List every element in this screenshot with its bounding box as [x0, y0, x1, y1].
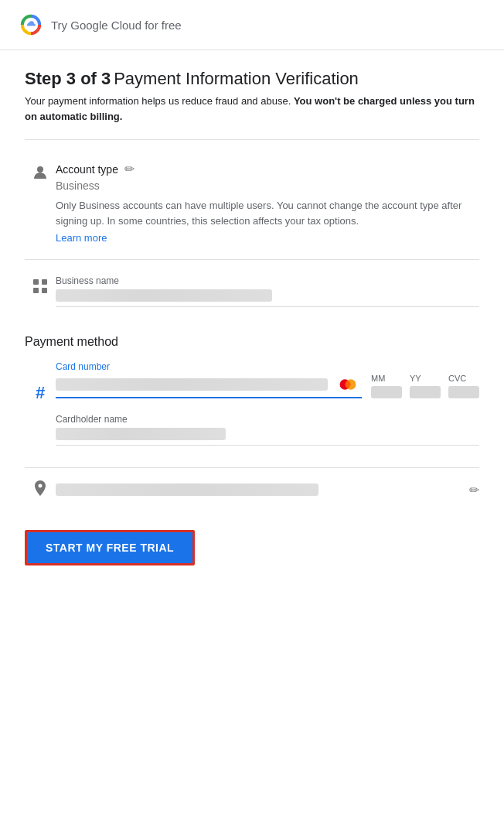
svg-rect-3 [42, 279, 47, 285]
business-name-value [56, 289, 272, 302]
card-number-blurred-value [56, 378, 328, 391]
cvc-field: CVC [448, 374, 479, 398]
business-name-section: Business name [25, 275, 479, 310]
cardholder-label: Cardholder name [56, 414, 479, 425]
payment-section-title: Payment method [25, 335, 479, 349]
step-label: Step 3 of 3 [25, 69, 111, 88]
card-number-label: Card number [56, 361, 362, 372]
card-number-row: # Card number [25, 361, 479, 449]
divider-1 [25, 139, 479, 140]
payment-section-container: Payment method # Card number [25, 335, 479, 449]
google-cloud-logo [19, 12, 43, 37]
card-fields-container: Card number [56, 361, 479, 449]
address-row: ✏ [25, 467, 479, 499]
account-type-note: Only Business accounts can have multiple… [56, 198, 479, 228]
start-trial-button[interactable]: START MY FREE TRIAL [25, 530, 195, 565]
mastercard-icon [334, 375, 362, 394]
cvc-label: CVC [448, 374, 479, 383]
step-label-line: Step 3 of 3 Payment Information Verifica… [25, 69, 479, 89]
card-fields-row: Card number [56, 361, 479, 398]
svg-point-1 [37, 166, 43, 173]
svg-rect-2 [33, 279, 39, 285]
cardholder-value [56, 428, 226, 440]
step-subtext-normal: Your payment information helps us reduce… [25, 95, 291, 107]
header-title: Try Google Cloud for free [51, 19, 182, 32]
header: Try Google Cloud for free [0, 0, 504, 50]
main-content: Step 3 of 3 Payment Information Verifica… [0, 50, 504, 615]
learn-more-link[interactable]: Learn more [56, 232, 107, 244]
account-type-section: Account type ✏ Business Only Business ac… [25, 162, 479, 244]
yy-value[interactable] [410, 386, 441, 398]
address-edit-icon[interactable]: ✏ [469, 483, 479, 497]
business-name-content: Business name [56, 275, 479, 310]
cta-section: START MY FREE TRIAL [25, 530, 479, 596]
yy-field: YY [410, 374, 441, 398]
svg-rect-5 [42, 288, 47, 293]
step-description: Payment Information Verification [114, 69, 359, 88]
business-name-icon [25, 277, 56, 296]
step-subtext: Your payment information helps us reduce… [25, 94, 479, 124]
yy-label: YY [410, 374, 441, 383]
card-number-field: Card number [56, 361, 362, 398]
cardholder-field: Cardholder name [56, 414, 479, 446]
hash-icon: # [25, 383, 56, 403]
step-heading: Step 3 of 3 Payment Information Verifica… [25, 69, 479, 124]
account-type-content: Account type ✏ Business Only Business ac… [56, 162, 479, 244]
account-type-edit-icon[interactable]: ✏ [124, 162, 135, 176]
mm-label: MM [371, 374, 402, 383]
date-cvc-fields: MM YY CVC [371, 374, 479, 398]
mm-value[interactable] [371, 386, 402, 398]
business-name-field: Business name [56, 275, 479, 307]
account-type-value: Business [56, 179, 479, 192]
cardholder-section: Cardholder name [56, 414, 479, 446]
account-type-icon [25, 163, 56, 182]
address-value [56, 483, 318, 496]
divider-2 [25, 259, 479, 260]
address-content [56, 483, 463, 496]
mm-field: MM [371, 374, 402, 398]
cvc-value[interactable] [448, 386, 479, 398]
svg-rect-4 [33, 288, 39, 293]
business-name-label: Business name [56, 275, 479, 286]
card-number-input-wrapper[interactable] [56, 375, 362, 398]
address-pin-icon [25, 480, 56, 499]
account-type-header: Account type ✏ [56, 162, 479, 176]
account-type-label: Account type [56, 163, 118, 176]
